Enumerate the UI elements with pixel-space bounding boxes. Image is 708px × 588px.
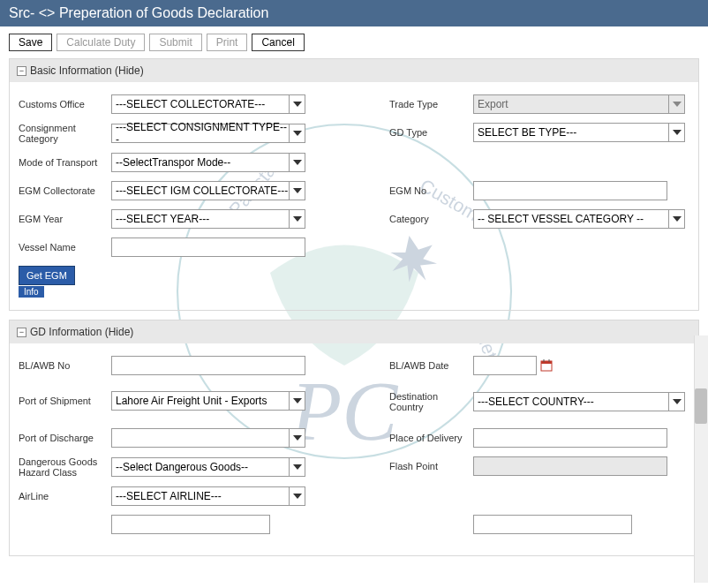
- chevron-down-icon: [668, 95, 684, 113]
- cancel-button[interactable]: Cancel: [252, 34, 304, 51]
- blawb-date-label: BL/AWB Date: [389, 360, 473, 371]
- chevron-down-icon: [668, 393, 684, 411]
- airline-select[interactable]: ---SELECT AIRLINE---: [111, 486, 305, 506]
- customs-office-select[interactable]: ---SELECT COLLECTORATE---: [111, 94, 305, 114]
- port-discharge-label: Port of Discharge: [19, 433, 111, 443]
- blawb-date-input[interactable]: [473, 356, 537, 375]
- airline-label: AirLine: [19, 491, 111, 501]
- hazard-class-select[interactable]: --Select Dangerous Goods--: [111, 457, 305, 477]
- place-delivery-input[interactable]: [473, 428, 667, 448]
- customs-office-label: Customs Office: [19, 99, 111, 109]
- blawb-no-label: BL/AWB No: [19, 360, 111, 371]
- blawb-no-input[interactable]: [111, 356, 305, 375]
- gd-type-select[interactable]: SELECT BE TYPE---: [473, 123, 685, 142]
- get-egm-button[interactable]: Get EGM: [19, 266, 75, 285]
- place-delivery-label: Place of Delivery: [389, 433, 473, 443]
- gd-info-panel: − GD Information (Hide) BL/AWB No BL/AWB…: [9, 320, 699, 556]
- consignment-select[interactable]: ---SELECT CONSIGNMENT TYPE---: [111, 124, 305, 143]
- hazard-class-label: Dangerous Goods Hazard Class: [19, 456, 111, 478]
- port-discharge-select[interactable]: [111, 428, 305, 448]
- chevron-down-icon: [289, 210, 305, 228]
- cutoff-input-left[interactable]: [111, 515, 270, 534]
- calculate-duty-button: Calculate Duty: [56, 34, 145, 51]
- port-shipment-select[interactable]: Lahore Air Freight Unit - Exports: [111, 391, 305, 411]
- collapse-icon[interactable]: −: [17, 66, 26, 76]
- chevron-down-icon: [289, 124, 305, 142]
- gd-info-title: GD Information (Hide): [30, 326, 133, 338]
- window-title: Src- <> Preperation of Goods Declaration: [0, 0, 708, 26]
- mode-transport-label: Mode of Transport: [19, 157, 111, 168]
- save-button[interactable]: Save: [9, 34, 52, 51]
- cutoff-input-right[interactable]: [473, 515, 632, 534]
- chevron-down-icon: [289, 487, 305, 505]
- print-button: Print: [207, 34, 248, 51]
- mode-transport-select[interactable]: --SelectTranspor Mode--: [111, 153, 305, 172]
- trade-type-label: Trade Type: [389, 99, 473, 109]
- chevron-down-icon: [289, 154, 305, 171]
- chevron-down-icon: [289, 182, 305, 200]
- vessel-name-label: Vessel Name: [19, 242, 111, 253]
- basic-info-panel: − Basic Information (Hide) Customs Offic…: [9, 58, 699, 311]
- collapse-icon[interactable]: −: [17, 328, 26, 337]
- scrollbar-thumb[interactable]: [695, 388, 707, 424]
- calendar-icon[interactable]: [540, 359, 553, 372]
- flash-point-input: [473, 456, 667, 476]
- basic-info-title: Basic Information (Hide): [30, 64, 144, 77]
- chevron-down-icon: [289, 429, 305, 447]
- destination-select[interactable]: ---SELECT COUNTRY---: [473, 392, 685, 411]
- chevron-down-icon: [668, 124, 684, 141]
- gd-type-label: GD Type: [389, 127, 473, 138]
- egm-collectorate-label: EGM Collectorate: [19, 185, 111, 196]
- scrollbar-track[interactable]: [694, 335, 708, 583]
- svg-rect-6: [541, 361, 552, 364]
- egm-year-label: EGM Year: [19, 214, 111, 224]
- chevron-down-icon: [289, 458, 305, 476]
- flash-point-label: Flash Point: [389, 461, 473, 471]
- egm-year-select[interactable]: ---SELECT YEAR---: [111, 209, 305, 229]
- trade-type-select: Export: [473, 94, 685, 114]
- destination-label: Destination Country: [389, 391, 473, 412]
- basic-info-header[interactable]: − Basic Information (Hide): [10, 59, 698, 82]
- chevron-down-icon: [668, 210, 684, 228]
- submit-button: Submit: [149, 34, 201, 51]
- toolbar: Save Calculate Duty Submit Print Cancel: [0, 26, 708, 58]
- egm-no-label: EGM No: [389, 185, 473, 196]
- chevron-down-icon: [289, 95, 305, 113]
- gd-info-header[interactable]: − GD Information (Hide): [10, 320, 698, 343]
- egm-collectorate-select[interactable]: ---SELECT IGM COLLECTORATE---: [111, 181, 305, 200]
- category-label: Category: [389, 214, 473, 224]
- vessel-name-input[interactable]: [111, 237, 305, 257]
- consignment-label: Consignment Category: [19, 123, 111, 144]
- chevron-down-icon: [289, 392, 305, 410]
- category-select[interactable]: -- SELECT VESSEL CATEGORY --: [473, 209, 685, 229]
- egm-no-input[interactable]: [473, 181, 667, 200]
- port-shipment-label: Port of Shipment: [19, 396, 111, 406]
